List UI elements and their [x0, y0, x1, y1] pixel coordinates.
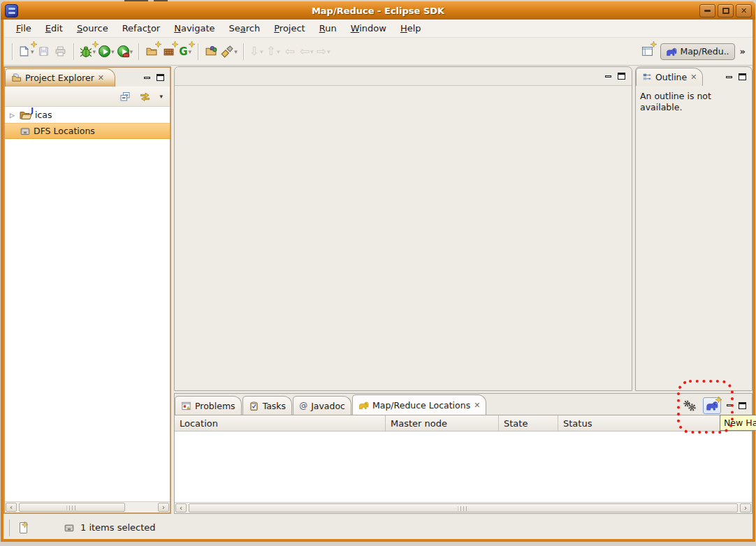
column-state[interactable]: State — [499, 415, 558, 431]
java-project-folder-icon — [145, 45, 158, 57]
new-wizard-button[interactable]: ▾ — [17, 43, 36, 61]
collapse-all-icon[interactable] — [119, 91, 131, 102]
sparkle-icon — [650, 41, 657, 47]
selection-status: 1 items selected — [80, 522, 156, 533]
open-folder-icon — [205, 45, 217, 57]
sparkle-icon — [189, 41, 195, 47]
tab-problems[interactable]: Problems — [175, 396, 242, 415]
tab-label: Tasks — [263, 401, 286, 411]
fast-view-button[interactable] — [20, 522, 27, 533]
eclipse-logo-icon[interactable] — [5, 4, 18, 17]
tab-javadoc[interactable]: @ Javadoc — [293, 396, 351, 415]
scrollbar-thumb[interactable] — [189, 503, 738, 512]
save-button[interactable] — [36, 43, 52, 61]
maximize-view-icon[interactable] — [739, 402, 746, 409]
external-tools-button[interactable]: ▾ — [116, 43, 135, 61]
menu-project[interactable]: Project — [267, 21, 312, 36]
maximize-button[interactable] — [718, 4, 734, 17]
back-button[interactable]: ⇦▾ — [298, 43, 315, 61]
column-master-node[interactable]: Master node — [386, 415, 499, 431]
open-element-button[interactable] — [203, 43, 219, 61]
last-edit-location-button[interactable]: ⇦ — [282, 43, 298, 61]
menu-navigate[interactable]: Navigate — [167, 21, 221, 36]
close-tab-icon[interactable]: ✕ — [474, 401, 480, 410]
minimize-button[interactable] — [699, 4, 715, 17]
toolbar-separator — [12, 43, 13, 60]
minimize-view-icon[interactable] — [726, 76, 732, 78]
tree-item-dfs-locations[interactable]: DFS Locations — [5, 123, 170, 139]
menu-window[interactable]: Window — [344, 21, 393, 36]
outline-view: Outline ✕ An outline is not available. — [635, 66, 753, 391]
next-annotation-button[interactable]: ⇩▾ — [248, 43, 265, 61]
print-button[interactable] — [52, 43, 69, 61]
scroll-left-icon[interactable]: ‹ — [175, 503, 187, 512]
expand-arrow-icon[interactable]: ▷ — [8, 112, 17, 119]
run-button[interactable]: ▾ — [97, 43, 116, 61]
tab-label: Map/Reduce Locations — [372, 400, 470, 411]
title-bar[interactable]: Map/Reduce - Eclipse SDK ✕ — [1, 1, 755, 20]
tab-outline[interactable]: Outline ✕ — [636, 68, 703, 86]
scroll-right-icon[interactable]: › — [740, 503, 751, 512]
maximize-view-icon[interactable] — [157, 74, 164, 81]
bottom-panel-hscrollbar[interactable]: ‹ › — [175, 502, 752, 513]
tab-mapreduce-locations[interactable]: Map/Reduce Locations ✕ — [352, 394, 486, 415]
editor-tab-row — [175, 67, 632, 86]
tree-item-label: icas — [35, 110, 52, 120]
column-location[interactable]: Location — [175, 415, 386, 431]
minimize-view-icon[interactable] — [605, 75, 611, 78]
mapreduce-perspective-button[interactable]: Map/Redu.. — [660, 43, 734, 60]
menu-help[interactable]: Help — [393, 21, 428, 36]
menu-search[interactable]: Search — [222, 21, 268, 36]
menu-refactor[interactable]: Refactor — [115, 21, 168, 36]
perspective-label: Map/Redu.. — [680, 46, 729, 57]
open-perspective-button[interactable] — [639, 43, 655, 61]
maximize-view-icon[interactable] — [739, 73, 746, 80]
previous-annotation-button[interactable]: ⇧▾ — [265, 43, 282, 61]
search-button[interactable]: ▾ — [219, 43, 239, 61]
tasks-icon — [249, 401, 259, 411]
perspective-switcher: Map/Redu.. » — [639, 43, 746, 61]
project-explorer-icon — [11, 73, 22, 83]
forward-button[interactable]: ⇨▾ — [315, 43, 332, 61]
minimize-view-icon[interactable] — [144, 77, 150, 79]
link-with-editor-icon[interactable] — [139, 91, 151, 102]
scrollbar-thumb[interactable] — [19, 503, 125, 512]
new-hadoop-location-button[interactable] — [703, 397, 721, 414]
new-type-button[interactable]: G ▾ — [177, 43, 194, 61]
menu-edit[interactable]: Edit — [38, 21, 70, 36]
external-tools-run-icon — [117, 45, 129, 57]
toolbox-icon — [123, 53, 129, 57]
gears-icon[interactable] — [682, 399, 697, 412]
close-tab-icon[interactable]: ✕ — [690, 73, 697, 82]
new-java-package-button[interactable] — [160, 43, 177, 61]
minimize-view-icon[interactable] — [727, 404, 733, 406]
project-explorer-hscrollbar[interactable]: ‹ › — [5, 501, 170, 512]
eclipse-window: Map/Reduce - Eclipse SDK ✕ File Edit Sou… — [1, 1, 755, 542]
editor-area — [174, 66, 632, 391]
maximize-view-icon[interactable] — [618, 73, 625, 80]
close-tab-icon[interactable]: ✕ — [98, 73, 104, 82]
tree-item-label: DFS Locations — [34, 126, 95, 136]
tab-project-explorer[interactable]: Project Explorer ✕ — [5, 68, 115, 87]
close-icon: ✕ — [741, 7, 747, 15]
tree-item-icas[interactable]: ▷ J icas — [5, 107, 170, 123]
javadoc-at-icon: @ — [299, 401, 307, 411]
close-button[interactable]: ✕ — [736, 4, 752, 17]
new-java-project-button[interactable] — [143, 43, 160, 61]
dfs-server-icon — [20, 126, 31, 137]
debug-button[interactable]: ▾ — [78, 43, 98, 61]
menu-file[interactable]: File — [9, 21, 38, 36]
arrow-right-icon: ⇨ — [317, 45, 326, 57]
tab-tasks[interactable]: Tasks — [242, 396, 293, 415]
arrow-down-icon: ⇩ — [249, 45, 259, 57]
menu-run[interactable]: Run — [312, 21, 344, 36]
elephant-icon — [666, 46, 677, 57]
bottom-view-stack: Problems Tasks @ Javadoc Map/Reduce Loca… — [174, 393, 753, 514]
view-menu-icon[interactable]: ▾ — [159, 93, 163, 100]
scroll-right-icon[interactable]: › — [158, 503, 169, 512]
menu-source[interactable]: Source — [70, 21, 115, 36]
window-title: Map/Reduce - Eclipse SDK — [1, 6, 755, 16]
perspective-overflow-chevron[interactable]: » — [740, 46, 746, 57]
scroll-left-icon[interactable]: ‹ — [6, 503, 17, 512]
toolbar-separator — [243, 43, 244, 60]
